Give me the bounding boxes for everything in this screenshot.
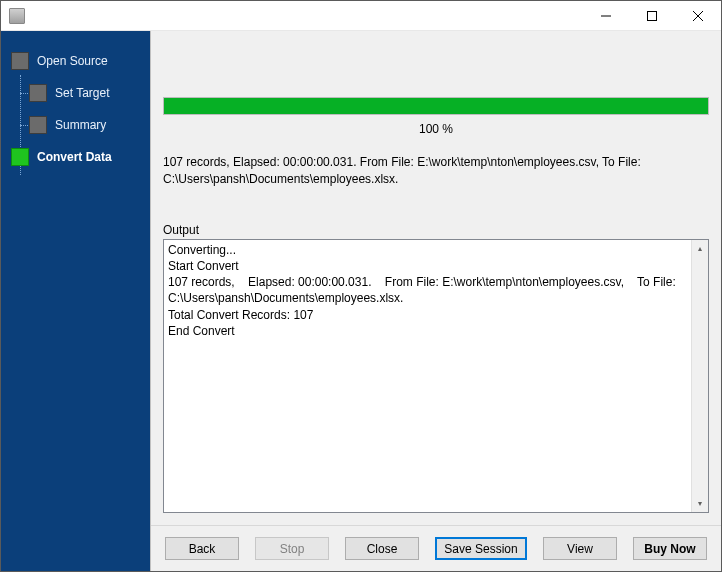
step-icon	[11, 52, 29, 70]
window-controls	[583, 1, 721, 30]
close-button[interactable]: Close	[345, 537, 419, 560]
back-button[interactable]: Back	[165, 537, 239, 560]
sidebar-item-label: Summary	[55, 118, 106, 132]
scroll-down-icon[interactable]: ▾	[692, 495, 708, 512]
buy-now-button[interactable]: Buy Now	[633, 537, 707, 560]
sidebar: Open Source Set Target Summary Convert D…	[1, 31, 150, 571]
stop-button: Stop	[255, 537, 329, 560]
step-icon-active	[11, 148, 29, 166]
sidebar-item-label: Convert Data	[37, 150, 112, 164]
titlebar	[1, 1, 721, 31]
close-window-button[interactable]	[675, 1, 721, 30]
scroll-up-icon[interactable]: ▴	[692, 240, 708, 257]
step-icon	[29, 116, 47, 134]
content-area: 100 % 107 records, Elapsed: 00:00:00.031…	[150, 31, 721, 571]
sidebar-item-label: Set Target	[55, 86, 109, 100]
sidebar-item-open-source[interactable]: Open Source	[1, 45, 150, 77]
step-icon	[29, 84, 47, 102]
output-scrollbar[interactable]: ▴ ▾	[691, 240, 708, 512]
save-session-button[interactable]: Save Session	[435, 537, 527, 560]
progress-fill	[164, 98, 708, 114]
sidebar-item-label: Open Source	[37, 54, 108, 68]
sidebar-item-summary[interactable]: Summary	[1, 109, 150, 141]
minimize-button[interactable]	[583, 1, 629, 30]
output-text[interactable]: Converting... Start Convert 107 records,…	[164, 240, 691, 512]
maximize-button[interactable]	[629, 1, 675, 30]
output-label: Output	[163, 223, 709, 237]
sidebar-item-set-target[interactable]: Set Target	[1, 77, 150, 109]
progress-label: 100 %	[163, 122, 709, 136]
output-box: Converting... Start Convert 107 records,…	[163, 239, 709, 513]
status-text: 107 records, Elapsed: 00:00:00.031. From…	[163, 154, 709, 189]
progress-bar	[163, 97, 709, 115]
button-row: Back Stop Close Save Session View Buy No…	[151, 525, 721, 571]
view-button[interactable]: View	[543, 537, 617, 560]
svg-rect-1	[648, 11, 657, 20]
app-icon	[9, 8, 25, 24]
sidebar-item-convert-data[interactable]: Convert Data	[1, 141, 150, 173]
